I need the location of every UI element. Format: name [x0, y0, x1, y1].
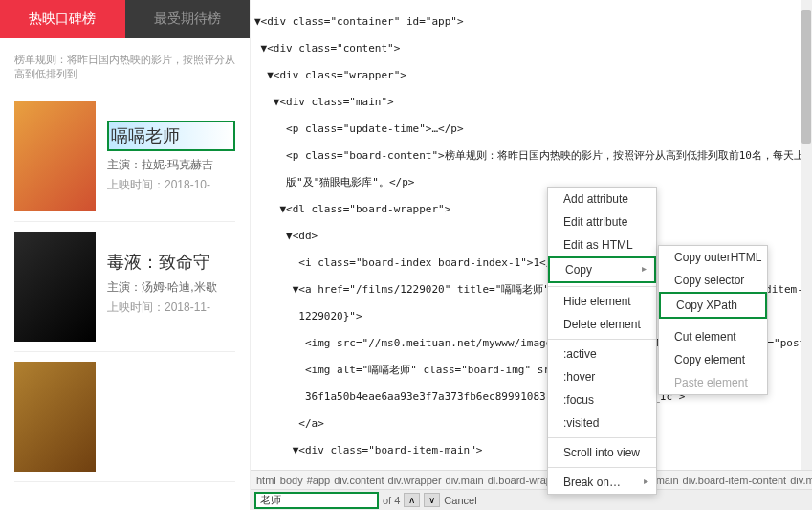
dom-line[interactable]: ▼<dd> — [254, 230, 808, 243]
dom-line[interactable]: ▼<div class="container" id="app"> — [254, 15, 808, 29]
tab-hot[interactable]: 热映口碑榜 — [0, 0, 125, 38]
breadcrumb-item[interactable]: #app — [307, 475, 330, 486]
vertical-scrollbar[interactable] — [801, 0, 812, 470]
ctx-edit-attribute[interactable]: Edit attribute — [548, 211, 656, 233]
copy-outer-html[interactable]: Copy outerHTML — [659, 246, 767, 269]
movie-item: 毒液：致命守 主演：汤姆·哈迪,米歇 上映时间：2018-11- — [14, 222, 235, 352]
ctx-delete-element[interactable]: Delete element — [548, 313, 656, 336]
movie-star: 主演：拉妮·玛克赫吉 — [107, 157, 235, 173]
search-prev-button[interactable]: ∧ — [404, 493, 420, 507]
dom-line[interactable]: <p class="update-time">…</p> — [254, 122, 808, 136]
ctx-hover[interactable]: :hover — [548, 366, 656, 388]
search-input[interactable] — [254, 492, 379, 509]
breadcrumb-item[interactable]: div.main — [446, 475, 484, 486]
movie-poster[interactable] — [14, 101, 96, 211]
ctx-add-attribute[interactable]: Add attribute — [548, 188, 656, 211]
movie-star: 主演：汤姆·哈迪,米歇 — [107, 279, 235, 296]
breadcrumb-item[interactable]: div.movie-item-info — [790, 475, 812, 486]
paste-element: Paste element — [659, 371, 767, 394]
copy-submenu: Copy outerHTML Copy selector Copy XPath … — [658, 245, 768, 395]
ctx-separator — [548, 467, 656, 468]
dom-line[interactable]: <p class="board-content">榜单规则：将昨日国内热映的影片… — [254, 149, 808, 163]
breadcrumb[interactable]: html body #app div.content div.wrapper d… — [251, 470, 812, 489]
movie-title-highlighted[interactable]: 嗝嗝老师 — [107, 121, 235, 151]
movie-title[interactable]: 毒液：致命守 — [107, 251, 235, 274]
ctx-break-on[interactable]: Break on… — [548, 471, 656, 494]
ctx-separator — [548, 286, 656, 287]
movie-item: 嗝嗝老师 主演：拉妮·玛克赫吉 上映时间：2018-10- — [14, 92, 235, 222]
search-next-button[interactable]: ∨ — [424, 493, 440, 507]
tab-waiting[interactable]: 最受期待榜 — [125, 0, 251, 38]
dom-line[interactable]: ▼<div class="wrapper"> — [254, 69, 808, 82]
context-menu: Add attribute Edit attribute Edit as HTM… — [547, 187, 657, 495]
ctx-scroll-into-view[interactable]: Scroll into view — [548, 441, 656, 464]
copy-xpath[interactable]: Copy XPath — [659, 292, 767, 319]
breadcrumb-item[interactable]: body — [280, 475, 303, 486]
dom-line[interactable]: ▼<div class="main"> — [254, 96, 808, 109]
dom-line[interactable]: 版"及"猫眼电影库"。</p> — [254, 176, 808, 189]
breadcrumb-item[interactable]: div.content — [334, 475, 384, 486]
dom-line[interactable]: ▼<div class="content"> — [254, 42, 808, 55]
dom-line[interactable]: </a> — [254, 417, 808, 431]
elements-tree[interactable]: ▼<div class="container" id="app"> ▼<div … — [251, 0, 812, 470]
ctx-separator — [659, 322, 767, 322]
ctx-visited[interactable]: :visited — [548, 411, 656, 434]
dom-line[interactable]: ▼<dl class="board-wrapper"> — [254, 203, 808, 216]
dom-line[interactable]: ▼<div class="board-item-main"> — [254, 444, 808, 457]
ctx-edit-as-html[interactable]: Edit as HTML — [548, 233, 656, 256]
breadcrumb-item[interactable]: html — [256, 475, 276, 486]
movie-poster[interactable] — [14, 232, 96, 342]
movie-date: 上映时间：2018-11- — [107, 299, 235, 316]
ranking-rules: 榜单规则：将昨日国内热映的影片，按照评分从高到低排列到 — [0, 38, 250, 92]
webpage-panel: 热映口碑榜 最受期待榜 榜单规则：将昨日国内热映的影片，按照评分从高到低排列到 … — [0, 0, 251, 510]
movie-poster[interactable] — [14, 362, 96, 472]
breadcrumb-item[interactable]: div.wrapper — [388, 475, 442, 486]
movie-item — [14, 352, 235, 482]
copy-selector[interactable]: Copy selector — [659, 269, 767, 292]
ctx-separator — [548, 437, 656, 438]
elements-search-bar: of 4 ∧ ∨ Cancel — [251, 489, 812, 510]
ctx-copy[interactable]: Copy — [548, 256, 656, 283]
copy-element[interactable]: Copy element — [659, 348, 767, 371]
breadcrumb-item[interactable]: div.board-item-content — [683, 475, 787, 486]
search-count: of 4 — [383, 495, 400, 506]
ctx-focus[interactable]: :focus — [548, 388, 656, 411]
ctx-separator — [548, 339, 656, 340]
cut-element[interactable]: Cut element — [659, 325, 767, 348]
ctx-active[interactable]: :active — [548, 343, 656, 366]
search-cancel-button[interactable]: Cancel — [444, 495, 476, 506]
movie-list: 嗝嗝老师 主演：拉妮·玛克赫吉 上映时间：2018-10- 毒液：致命守 主演：… — [0, 92, 250, 482]
ctx-hide-element[interactable]: Hide element — [548, 290, 656, 313]
movie-date: 上映时间：2018-10- — [107, 177, 235, 193]
ranking-tabs: 热映口碑榜 最受期待榜 — [0, 0, 250, 38]
